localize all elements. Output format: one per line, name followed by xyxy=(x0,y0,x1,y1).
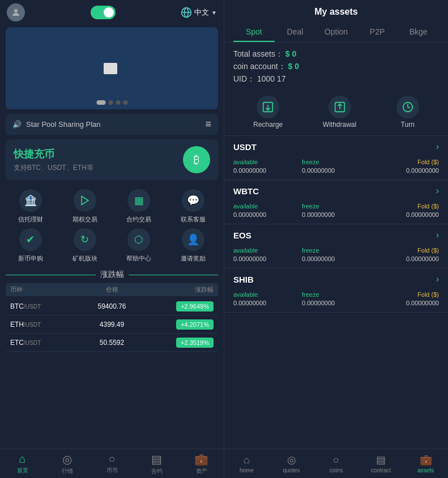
menu-item-help[interactable]: ⬡ 帮助中心 xyxy=(114,228,164,263)
withdrawal-label: Withdrawal xyxy=(323,121,356,129)
invite-icon: 👤 xyxy=(182,228,204,251)
usdt-available-col: available 0.00000000 xyxy=(233,159,302,174)
wbtc-fold-val: 0.00000000 xyxy=(370,211,439,218)
right-panel: My assets Spot Deal Option P2P Bkge Tota… xyxy=(224,0,448,478)
mining-label: 矿机版块 xyxy=(72,254,97,263)
turn-button[interactable]: Turn xyxy=(396,96,419,129)
usdt-freeze-col: freeze 0.00000000 xyxy=(302,159,370,174)
futures-label: 合约交易 xyxy=(126,215,151,224)
market-row-eth[interactable]: ETH/USDT 4399.49 +4.2071% xyxy=(6,315,218,334)
wbtc-freeze-val: 0.00000000 xyxy=(302,211,370,218)
right-nav-contract[interactable]: ▤ contract xyxy=(359,449,403,478)
coin-details-eos: available 0.00000000 freeze 0.00000000 F… xyxy=(224,246,448,268)
mining-icon: ↻ xyxy=(74,228,96,251)
quick-recharge-title: 快捷充币 xyxy=(14,147,93,161)
usdt-available-label: available xyxy=(233,159,302,165)
announcement-bar[interactable]: 🔊 Star Pool Sharing Plan ≡ xyxy=(6,114,218,135)
right-nav-assets[interactable]: 💼 assets xyxy=(403,449,448,478)
wbtc-available-col: available 0.00000000 xyxy=(233,203,302,218)
eos-freeze-col: freeze 0.00000000 xyxy=(302,247,370,262)
menu-item-invite[interactable]: 👤 邀请奖励 xyxy=(168,228,218,263)
pair-etc: ETC/USDT xyxy=(10,339,78,347)
nav-home[interactable]: ⌂ 首页 xyxy=(0,449,45,478)
usdt-fold-val: 0.00000000 xyxy=(370,167,439,174)
market-row-btc[interactable]: BTC/USDT 59400.76 +2.9649% xyxy=(6,297,218,315)
right-home-label: home xyxy=(240,467,254,473)
coin-details-usdt: available 0.00000000 freeze 0.00000000 F… xyxy=(224,157,448,180)
quick-recharge-subtitle: 支持BTC、USDT、ETH等 xyxy=(14,163,93,173)
tab-bkge[interactable]: Bkge xyxy=(398,23,439,42)
shib-fold-label: Fold ($) xyxy=(370,291,439,298)
withdrawal-button[interactable]: Withdrawal xyxy=(323,96,356,129)
theme-toggle[interactable] xyxy=(91,6,116,19)
market-icon: ◎ xyxy=(62,453,72,466)
contract-icon: ▤ xyxy=(151,453,162,466)
title-line-left xyxy=(6,275,96,275)
banner-area xyxy=(6,27,218,109)
header-price: 价格 xyxy=(78,285,146,294)
shib-fold-val: 0.00000000 xyxy=(370,300,439,306)
uid-value: 1000 17 xyxy=(257,74,286,83)
nav-contract[interactable]: ▤ 合约 xyxy=(134,449,179,478)
nav-assets[interactable]: 💼 资产 xyxy=(179,449,224,478)
avatar[interactable] xyxy=(7,3,25,22)
right-assets-icon: 💼 xyxy=(420,454,432,466)
eos-freeze-label: freeze xyxy=(302,247,370,254)
coin-header-shib[interactable]: SHIB › xyxy=(224,268,448,290)
wbtc-fold-label: Fold ($) xyxy=(370,203,439,210)
right-bottom-nav: ⌂ home ◎ quotes ○ coins ▤ contract 💼 ass… xyxy=(224,449,448,478)
coin-name-wbtc: WBTC xyxy=(233,186,259,196)
quick-recharge-section[interactable]: 快捷充币 支持BTC、USDT、ETH等 ₿ xyxy=(6,139,218,180)
chevron-usdt: › xyxy=(436,142,439,152)
recharge-button[interactable]: Recharge xyxy=(253,96,283,129)
eos-fold-val: 0.00000000 xyxy=(370,255,439,262)
shib-fold-col: Fold ($) 0.00000000 xyxy=(370,291,439,306)
left-panel: 中文 ▼ 🔊 Star Pool Sharing Plan ≡ 快捷充币 支持B… xyxy=(0,0,224,478)
nav-coins[interactable]: ○ 币币 xyxy=(89,449,134,478)
tab-spot[interactable]: Spot xyxy=(233,23,275,42)
wbtc-freeze-label: freeze xyxy=(302,203,370,210)
menu-item-newcoin[interactable]: ✔ 新币申购 xyxy=(6,228,56,263)
tab-p2p[interactable]: P2P xyxy=(357,23,398,42)
coin-header-usdt[interactable]: USDT › xyxy=(224,136,448,157)
coin-header-eos[interactable]: EOS › xyxy=(224,224,448,246)
pair-eth: ETH/USDT xyxy=(10,321,78,328)
menu-item-support[interactable]: 💬 联系客服 xyxy=(168,189,218,224)
chevron-shib: › xyxy=(436,274,439,284)
usdt-fold-label: Fold ($) xyxy=(370,159,439,165)
shib-available-label: available xyxy=(233,291,302,298)
dot-2 xyxy=(108,100,113,105)
coin-header-wbtc[interactable]: WBTC › xyxy=(224,180,448,202)
home-label: 首页 xyxy=(17,467,28,475)
coin-section-wbtc: WBTC › available 0.00000000 freeze 0.000… xyxy=(224,180,448,224)
action-buttons: Recharge Withdrawal Turn xyxy=(224,89,448,136)
nav-market[interactable]: ◎ 行情 xyxy=(45,449,89,478)
shib-freeze-label: freeze xyxy=(302,291,370,298)
menu-item-mining[interactable]: ↻ 矿机版块 xyxy=(60,228,110,263)
menu-item-trust[interactable]: 🏦 信托理财 xyxy=(6,189,56,224)
lang-chevron: ▼ xyxy=(211,10,217,16)
turn-icon xyxy=(396,96,419,118)
dot-3 xyxy=(116,100,120,105)
right-nav-quotes[interactable]: ◎ quotes xyxy=(269,449,314,478)
menu-grid: 🏦 信托理财 期权交易 ▦ 合约交易 💬 联系客服 ✔ 新币申购 ↻ 矿机版块 xyxy=(6,185,218,267)
menu-item-options[interactable]: 期权交易 xyxy=(60,189,110,224)
market-row-etc[interactable]: ETC/USDT 50.5592 +2.3519% xyxy=(6,334,218,352)
lang-selector[interactable]: 中文 ▼ xyxy=(181,7,217,18)
menu-item-futures[interactable]: ▦ 合约交易 xyxy=(114,189,164,224)
right-header: My assets Spot Deal Option P2P Bkge xyxy=(224,0,448,42)
options-icon xyxy=(74,189,96,212)
coin-details-shib: available 0.00000000 freeze 0.00000000 F… xyxy=(224,290,448,312)
tab-option[interactable]: Option xyxy=(315,23,357,42)
tab-deal[interactable]: Deal xyxy=(275,23,316,42)
right-nav-coins[interactable]: ○ coins xyxy=(314,449,359,478)
assets-icon: 💼 xyxy=(194,453,208,466)
left-bottom-nav: ⌂ 首页 ◎ 行情 ○ 币币 ▤ 合约 💼 资产 xyxy=(0,449,224,478)
menu-icon[interactable]: ≡ xyxy=(205,118,211,130)
right-nav-home[interactable]: ⌂ home xyxy=(224,449,269,478)
right-quotes-label: quotes xyxy=(283,467,300,473)
trust-label: 信托理财 xyxy=(18,215,43,224)
right-contract-label: contract xyxy=(371,467,391,473)
market-label: 行情 xyxy=(62,467,73,475)
options-label: 期权交易 xyxy=(72,215,97,224)
